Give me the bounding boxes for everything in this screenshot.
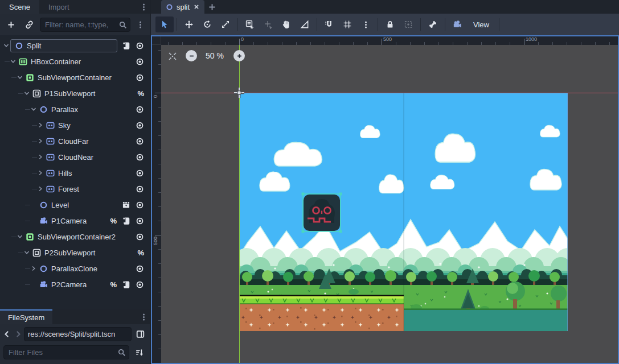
node-filter-input[interactable] xyxy=(40,18,130,32)
move-icon xyxy=(185,20,194,29)
unique-name-badge[interactable]: % xyxy=(110,280,117,289)
tool-ruler-button[interactable] xyxy=(296,16,314,32)
chevron-down-icon[interactable] xyxy=(30,105,38,113)
instanced-scene-icon[interactable] xyxy=(122,201,130,209)
unique-name-badge[interactable]: % xyxy=(110,217,117,225)
chevron-down-icon[interactable] xyxy=(23,249,31,257)
grid-snap-button[interactable] xyxy=(338,16,356,32)
chevron-right-icon[interactable] xyxy=(30,264,38,272)
instance-scene-button[interactable] xyxy=(22,17,36,32)
tab-filesystem[interactable]: FileSystem xyxy=(0,309,52,324)
origin-gizmo[interactable] xyxy=(233,86,245,99)
filesystem-menu-button[interactable] xyxy=(137,309,150,324)
scene-tab-split[interactable]: split xyxy=(161,0,204,14)
new-scene-tab-button[interactable] xyxy=(204,0,219,14)
smart-snap-button[interactable] xyxy=(320,16,338,32)
node-name-edit-box[interactable]: Split xyxy=(10,39,117,52)
visibility-eye-icon[interactable] xyxy=(136,137,144,146)
tool-pan-button[interactable] xyxy=(277,16,296,32)
tree-row-forest[interactable]: Forest xyxy=(0,181,150,197)
tool-list-select-button[interactable] xyxy=(241,16,259,32)
2d-canvas[interactable]: 50 % xyxy=(161,45,618,363)
skeleton-options-button[interactable] xyxy=(424,16,442,32)
kebab-menu-icon xyxy=(136,20,145,29)
chevron-down-icon[interactable] xyxy=(16,73,24,81)
split-view-icon xyxy=(136,330,145,338)
visibility-eye-icon[interactable] xyxy=(136,42,144,50)
visibility-eye-icon[interactable] xyxy=(136,121,144,130)
node-label: P1Camera xyxy=(51,217,87,225)
file-sort-button[interactable] xyxy=(132,345,146,359)
tool-scale-button[interactable] xyxy=(216,16,235,32)
tree-row-cloudfar[interactable]: CloudFar xyxy=(0,133,150,149)
tree-row-p1camera[interactable]: P1Camera % xyxy=(0,213,150,229)
camera-override-button[interactable] xyxy=(448,16,466,32)
tree-row-parallax[interactable]: Parallax xyxy=(0,101,150,117)
close-icon[interactable] xyxy=(193,3,200,10)
tree-row-cloudnear[interactable]: CloudNear xyxy=(0,149,150,165)
dock-menu-button[interactable] xyxy=(137,0,150,14)
add-node-button[interactable] xyxy=(3,17,18,32)
tree-row-sky[interactable]: Sky xyxy=(0,117,150,133)
chevron-down-icon[interactable] xyxy=(16,233,24,241)
tree-row-p2subviewport[interactable]: P2SubViewport % xyxy=(0,245,150,260)
history-back-button[interactable] xyxy=(2,327,12,341)
tree-row-parallaxclone[interactable]: ParallaxClone xyxy=(0,260,150,276)
visibility-eye-icon[interactable] xyxy=(136,217,144,225)
tool-move-button[interactable] xyxy=(180,16,198,32)
unique-name-badge[interactable]: % xyxy=(137,89,144,98)
chevron-down-icon[interactable] xyxy=(2,42,10,49)
zoom-out-button[interactable] xyxy=(186,50,197,61)
visibility-eye-icon[interactable] xyxy=(136,57,144,66)
tool-move-pivot-button[interactable] xyxy=(259,16,277,32)
visibility-eye-icon[interactable] xyxy=(136,153,144,162)
file-filter-input[interactable] xyxy=(3,345,129,359)
history-forward-button[interactable] xyxy=(13,327,23,341)
visibility-eye-icon[interactable] xyxy=(136,201,144,209)
chevron-right-icon[interactable] xyxy=(36,169,44,177)
ruler-corner xyxy=(152,36,161,45)
camera2d-icon xyxy=(39,217,48,225)
script-icon[interactable] xyxy=(122,280,130,289)
center-view-button[interactable] xyxy=(168,52,177,61)
tool-rotate-button[interactable] xyxy=(198,16,216,32)
player-sprite[interactable] xyxy=(302,193,342,233)
group-node-button[interactable] xyxy=(399,16,417,32)
tree-row-subviewportcontainer[interactable]: SubViewportContainer xyxy=(0,69,150,85)
script-icon[interactable] xyxy=(122,217,130,225)
visibility-eye-icon[interactable] xyxy=(136,233,144,241)
lock-node-button[interactable] xyxy=(381,16,399,32)
tree-row-subviewportcontainer2[interactable]: SubViewportContainer2 xyxy=(0,229,150,245)
tab-scene[interactable]: Scene xyxy=(0,0,39,14)
visibility-eye-icon[interactable] xyxy=(136,280,144,289)
path-input[interactable] xyxy=(24,327,132,341)
visibility-eye-icon[interactable] xyxy=(136,185,144,193)
search-icon xyxy=(117,348,126,357)
visibility-eye-icon[interactable] xyxy=(136,264,144,273)
view-menu-button[interactable]: View xyxy=(466,16,496,32)
tree-row-hills[interactable]: Hills xyxy=(0,165,150,181)
tab-import[interactable]: Import xyxy=(39,0,79,14)
chevron-down-icon[interactable] xyxy=(23,89,31,97)
chevron-right-icon[interactable] xyxy=(36,153,44,161)
toggle-split-mode-button[interactable] xyxy=(133,326,147,341)
snap-options-button[interactable] xyxy=(356,16,375,32)
tree-options-button[interactable] xyxy=(134,20,146,29)
tree-row-p1subviewport[interactable]: P1SubViewport % xyxy=(0,85,150,101)
visibility-eye-icon[interactable] xyxy=(136,73,144,82)
chevron-down-icon[interactable] xyxy=(9,57,17,65)
visibility-eye-icon[interactable] xyxy=(136,105,144,114)
tool-select-button[interactable] xyxy=(155,16,174,32)
tree-row-p2camera[interactable]: P2Camera % xyxy=(0,276,150,292)
tree-row-level[interactable]: Level xyxy=(0,197,150,213)
visibility-eye-icon[interactable] xyxy=(136,169,144,177)
script-icon[interactable] xyxy=(122,42,130,50)
zoom-in-button[interactable] xyxy=(233,50,245,61)
zoom-level-label[interactable]: 50 % xyxy=(201,51,228,60)
chevron-right-icon[interactable] xyxy=(36,185,44,193)
tree-row-split[interactable]: Split xyxy=(0,38,150,53)
unique-name-badge[interactable]: % xyxy=(137,249,144,257)
tree-row-hboxcontainer[interactable]: HBoxContainer xyxy=(0,53,150,69)
chevron-right-icon[interactable] xyxy=(36,137,44,145)
chevron-right-icon[interactable] xyxy=(36,121,44,129)
